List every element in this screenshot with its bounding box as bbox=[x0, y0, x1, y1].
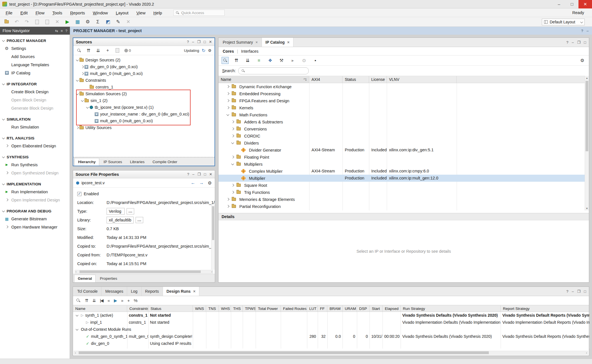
menu-view[interactable]: View bbox=[132, 8, 149, 17]
chevron-down-icon[interactable] bbox=[85, 106, 90, 108]
help-icon[interactable]: ? bbox=[65, 29, 67, 33]
column-header-lut[interactable]: LUT bbox=[307, 305, 318, 312]
tab-ip-sources[interactable]: IP Sources bbox=[100, 158, 126, 166]
flow-item-settings[interactable]: ⚙Settings bbox=[0, 44, 70, 52]
maximize-button[interactable]: □ bbox=[566, 0, 578, 8]
design-run-row[interactable]: ▷impl_1constrs_1Not startedVivado Implem… bbox=[73, 319, 589, 326]
more-options-button[interactable]: … bbox=[136, 217, 143, 223]
source-tree-item[interactable]: Constraints bbox=[73, 77, 215, 84]
float-icon[interactable]: ❐ bbox=[577, 40, 580, 45]
chevron-down-icon[interactable] bbox=[76, 314, 78, 316]
property-value-input[interactable]: Verilog bbox=[107, 208, 125, 215]
scroll-down-icon[interactable]: ▼ bbox=[586, 206, 588, 210]
minimize-icon[interactable]: – bbox=[192, 172, 194, 176]
search-icon[interactable] bbox=[222, 57, 229, 64]
vertical-scrollbar[interactable]: ▲ ▼ bbox=[585, 76, 589, 210]
subtab-interfaces[interactable]: Interfaces bbox=[241, 49, 258, 54]
tab-reports[interactable]: Reports bbox=[142, 287, 163, 296]
chevron-right-icon[interactable] bbox=[226, 86, 230, 88]
menu-flow[interactable]: Flow bbox=[32, 8, 48, 17]
menu-tools[interactable]: Tools bbox=[48, 8, 66, 17]
column-header-bram[interactable]: BRAM bbox=[327, 305, 343, 312]
maximize-icon[interactable]: □ bbox=[204, 172, 206, 176]
chevron-right-icon[interactable] bbox=[226, 93, 230, 95]
chevron-right-icon[interactable] bbox=[226, 205, 229, 208]
flow-item-open-block-design[interactable]: Open Block Design bbox=[0, 96, 70, 104]
minimize-icon[interactable]: – bbox=[572, 289, 574, 294]
float-icon[interactable]: ❐ bbox=[577, 289, 580, 294]
help-icon[interactable]: ? bbox=[566, 40, 568, 45]
minimize-icon[interactable]: – bbox=[587, 29, 589, 33]
source-tree-item[interactable]: Utility Sources bbox=[73, 124, 215, 131]
chevron-down-icon[interactable] bbox=[231, 162, 234, 165]
maximize-icon[interactable]: □ bbox=[584, 40, 586, 45]
chevron-right-icon[interactable] bbox=[80, 73, 85, 75]
chevron-right-icon[interactable] bbox=[80, 66, 85, 68]
open-folder-icon[interactable] bbox=[3, 19, 10, 25]
percent-icon[interactable]: % bbox=[134, 298, 137, 303]
goto-first-icon[interactable]: |◀ bbox=[100, 298, 103, 303]
chevron-right-icon[interactable] bbox=[226, 85, 229, 88]
chevron-down-icon[interactable] bbox=[2, 182, 5, 185]
chevron-right-icon[interactable] bbox=[226, 198, 229, 201]
chevron-right-icon[interactable] bbox=[230, 184, 235, 186]
tab-compile-order[interactable]: Compile Order bbox=[149, 158, 181, 166]
chevron-down-icon[interactable] bbox=[230, 163, 235, 165]
menu-window[interactable]: Window bbox=[89, 8, 112, 17]
flow-item-run-simulation[interactable]: Run Simulation bbox=[0, 123, 70, 131]
design-run-row[interactable]: ✓div_gen_0Using cached IP results bbox=[73, 340, 589, 347]
menu-layout[interactable]: Layout bbox=[112, 8, 132, 17]
generate-icon[interactable]: ▸ bbox=[289, 57, 296, 64]
flow-section-rtl-analysis[interactable]: RTL ANALYSIS bbox=[0, 134, 70, 142]
ip-catalog-row[interactable]: Partial Reconfiguration bbox=[218, 203, 589, 210]
column-header-ths[interactable]: THS bbox=[231, 305, 243, 312]
float-icon[interactable]: ❐ bbox=[198, 172, 201, 176]
refresh-icon[interactable]: ↻ bbox=[202, 48, 205, 53]
chevron-down-icon[interactable] bbox=[75, 329, 79, 330]
chevron-right-icon[interactable] bbox=[226, 106, 229, 109]
source-tree-item[interactable]: your_instance_name : div_gen_0 (div_gen_… bbox=[73, 111, 215, 117]
column-header-axi4[interactable]: AXI4 bbox=[309, 76, 343, 83]
column-header-uram[interactable]: URAM bbox=[343, 305, 357, 312]
ip-catalog-row[interactable]: FPGA Features and Design bbox=[218, 97, 589, 104]
flow-section-implementation[interactable]: IMPLEMENTATION bbox=[0, 180, 70, 188]
layout-reset-icon[interactable]: ❖ bbox=[267, 57, 274, 64]
chevron-down-icon[interactable] bbox=[226, 114, 230, 116]
ip-catalog-row[interactable]: Dynamic Function eXchange bbox=[218, 83, 589, 90]
chevron-down-icon[interactable] bbox=[231, 141, 234, 144]
horizontal-scrollbar[interactable]: ‹ › bbox=[75, 270, 213, 274]
chevron-right-icon[interactable] bbox=[226, 107, 230, 109]
tab-properties[interactable]: Properties bbox=[96, 275, 121, 282]
chevron-right-icon[interactable] bbox=[5, 172, 8, 174]
column-header-ff[interactable]: FF bbox=[318, 305, 327, 312]
chevron-down-icon[interactable] bbox=[76, 58, 78, 61]
menu-file[interactable]: File bbox=[2, 8, 16, 17]
flow-item-run-implementation[interactable]: ▶Run Implementation bbox=[0, 188, 70, 196]
more-options-button[interactable]: … bbox=[127, 208, 134, 214]
chevron-down-icon[interactable] bbox=[75, 314, 79, 316]
chevron-down-icon[interactable] bbox=[2, 39, 5, 41]
report-icon[interactable]: Σ bbox=[95, 19, 101, 25]
chevron-right-icon[interactable] bbox=[75, 127, 79, 129]
scroll-left-icon[interactable]: ‹ bbox=[75, 351, 76, 354]
chevron-right-icon[interactable] bbox=[230, 121, 235, 123]
ip-catalog-row[interactable]: Memories & Storage Elements bbox=[218, 196, 589, 203]
minimize-button[interactable]: – bbox=[553, 0, 566, 8]
chevron-right-icon[interactable] bbox=[231, 121, 234, 123]
expand-all-icon[interactable]: ⇊ bbox=[96, 48, 101, 53]
tab-log[interactable]: Log bbox=[127, 287, 141, 296]
forward-icon[interactable]: → bbox=[199, 180, 204, 185]
ip-catalog-row[interactable]: Embedded Processing bbox=[218, 90, 589, 97]
subtab-cores[interactable]: Cores bbox=[223, 49, 234, 54]
column-header-vlnv[interactable]: VLNV bbox=[387, 76, 457, 83]
design-run-row[interactable]: ▷synth_1 (active)constrs_1Not startedViv… bbox=[73, 312, 589, 319]
chevron-down-icon[interactable] bbox=[230, 142, 235, 144]
source-tree-item[interactable]: tb_ipcore_test (ipcore_test.v) (1) bbox=[73, 104, 215, 111]
step-forward-icon[interactable]: » bbox=[121, 298, 123, 303]
chevron-right-icon[interactable] bbox=[226, 205, 230, 207]
column-header-license[interactable]: License bbox=[369, 76, 387, 83]
flow-item-create-block-design[interactable]: Create Block Design bbox=[0, 88, 70, 96]
tab-tcl-console[interactable]: Tcl Console bbox=[74, 287, 101, 296]
flow-item-run-synthesis[interactable]: ▶Run Synthesis bbox=[0, 161, 70, 169]
back-icon[interactable]: ← bbox=[191, 180, 195, 185]
